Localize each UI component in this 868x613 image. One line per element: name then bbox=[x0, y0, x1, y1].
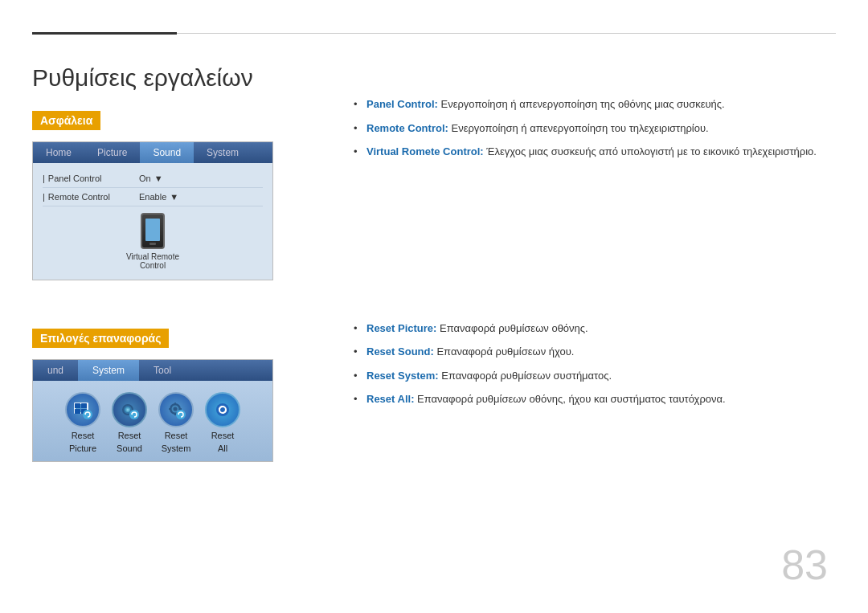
security-section-label: Ασφάλεια bbox=[32, 111, 100, 130]
svg-point-6 bbox=[83, 410, 92, 419]
page-title: Ρυθμίσεις εργαλείων bbox=[32, 64, 321, 92]
bullet-reset-all-highlight: Reset All: bbox=[366, 393, 414, 405]
reset-sound-icon[interactable] bbox=[112, 392, 147, 427]
sound-svg bbox=[119, 399, 140, 420]
bullet-reset-sound: Reset Sound: Επαναφορά ρυθμίσεων ήχου. bbox=[354, 344, 836, 360]
reset-picture-bottom: Picture bbox=[69, 443, 96, 453]
bullet-reset-system: Reset System: Επαναφορά ρυθμίσεων συστήμ… bbox=[354, 368, 836, 384]
picture-svg bbox=[72, 399, 93, 420]
reset-all-icon[interactable] bbox=[205, 392, 240, 427]
bullet-remote-control-text: Ενεργοποίηση ή απενεργοποίηση του τηλεχε… bbox=[451, 122, 708, 134]
svg-point-23 bbox=[216, 403, 229, 416]
reset-sound-item: Reset Sound bbox=[112, 392, 147, 453]
panel-control-label: Panel Control bbox=[43, 174, 139, 183]
phone-icon bbox=[141, 213, 165, 249]
bullet-reset-picture-text: Επαναφορά ρυθμίσεων οθόνης. bbox=[440, 322, 588, 334]
reset-system-icon[interactable] bbox=[158, 392, 194, 427]
reset-picture-item: Reset Picture bbox=[65, 392, 100, 453]
left-column: Ρυθμίσεις εργαλείων Ασφάλεια Home Pictur… bbox=[32, 48, 321, 565]
bullet-reset-sound-text: Επαναφορά ρυθμίσεων ήχου. bbox=[436, 345, 574, 358]
reset-system-bottom: System bbox=[162, 443, 191, 453]
bullet-reset-sound-highlight: Reset Sound: bbox=[366, 345, 434, 358]
svg-rect-20 bbox=[179, 408, 182, 410]
panel-control-value: On bbox=[139, 174, 151, 183]
svg-rect-17 bbox=[174, 403, 176, 405]
top-line-light bbox=[177, 33, 836, 34]
bullet-panel-control-text: Ενεργοποίηση ή απενεργοποίηση της οθόνης… bbox=[440, 98, 724, 110]
svg-rect-18 bbox=[174, 413, 176, 415]
bullet-reset-picture-highlight: Reset Picture: bbox=[366, 322, 436, 334]
security-bullets: Panel Control: Ενεργοποίηση ή απενεργοπο… bbox=[354, 96, 836, 160]
panel-control-arrow: ▼ bbox=[154, 174, 163, 183]
svg-rect-3 bbox=[81, 403, 87, 408]
panel-body: Panel Control On ▼ Remote Control Enable… bbox=[33, 163, 272, 280]
reset-all-top: Reset bbox=[211, 431, 235, 440]
remote-control-select[interactable]: Enable ▼ bbox=[139, 192, 178, 202]
reset-body: Reset Picture bbox=[33, 381, 272, 461]
bullet-reset-all-text: Επαναφορά ρυθμίσεων οθόνης, ήχου και συσ… bbox=[417, 393, 726, 405]
tab-system[interactable]: System bbox=[194, 142, 252, 163]
remote-control-row: Remote Control Enable ▼ bbox=[43, 188, 263, 206]
tab-home[interactable]: Home bbox=[33, 142, 84, 163]
right-column: Panel Control: Ενεργοποίηση ή απενεργοπο… bbox=[321, 48, 836, 565]
bullet-reset-all: Reset All: Επαναφορά ρυθμίσεων οθόνης, ή… bbox=[354, 391, 836, 407]
reset-panel: und System Tool bbox=[32, 359, 273, 462]
remote-control-arrow: ▼ bbox=[170, 192, 178, 202]
virtual-remote-section: Virtual RemoteControl bbox=[43, 206, 263, 273]
panel-control-select[interactable]: On ▼ bbox=[139, 174, 163, 183]
bullet-panel-control-highlight: Panel Control: bbox=[366, 98, 438, 110]
reset-panel-tabs: und System Tool bbox=[33, 360, 272, 381]
bullet-remote-control: Remote Control: Ενεργοποίηση ή απενεργοπ… bbox=[354, 121, 836, 137]
system-svg bbox=[166, 399, 186, 420]
reset-section-label: Επιλογές επαναφοράς bbox=[32, 329, 169, 348]
reset-system-top: Reset bbox=[165, 431, 188, 440]
main-content: Ρυθμίσεις εργαλείων Ασφάλεια Home Pictur… bbox=[32, 48, 836, 565]
panel-tabs: Home Picture Sound System bbox=[33, 142, 272, 163]
reset-tab-tool[interactable]: Tool bbox=[139, 360, 186, 381]
reset-sound-top: Reset bbox=[118, 431, 141, 440]
svg-rect-2 bbox=[75, 403, 80, 408]
reset-system-item: Reset System bbox=[158, 392, 194, 453]
bullet-panel-control: Panel Control: Ενεργοποίηση ή απενεργοπο… bbox=[354, 96, 836, 112]
svg-point-12 bbox=[129, 410, 139, 419]
all-svg bbox=[212, 399, 233, 420]
bullet-remote-control-highlight: Remote Control: bbox=[366, 122, 448, 134]
tab-sound[interactable]: Sound bbox=[140, 142, 194, 163]
page-number: 83 bbox=[781, 541, 828, 589]
top-line-dark bbox=[32, 32, 177, 35]
bullet-reset-picture: Reset Picture: Επαναφορά ρυθμίσεων οθόνη… bbox=[354, 321, 836, 337]
bullet-reset-system-highlight: Reset System: bbox=[366, 370, 439, 382]
remote-control-value: Enable bbox=[139, 192, 166, 202]
reset-picture-icon[interactable] bbox=[65, 392, 100, 427]
svg-point-11 bbox=[127, 409, 129, 411]
reset-sound-bottom: Sound bbox=[117, 443, 142, 453]
remote-control-label: Remote Control bbox=[43, 192, 139, 202]
top-decorative-lines bbox=[32, 32, 836, 35]
reset-bullets: Reset Picture: Επαναφορά ρυθμίσεων οθόνη… bbox=[354, 321, 836, 407]
reset-all-item: Reset All bbox=[205, 392, 240, 453]
reset-tab-und[interactable]: und bbox=[33, 360, 78, 381]
bullet-virtual-remote-highlight: Virtual Romete Control: bbox=[366, 145, 484, 157]
reset-all-bottom: All bbox=[218, 443, 227, 453]
bullet-virtual-remote: Virtual Romete Control: Έλεγχος μιας συσ… bbox=[354, 144, 836, 160]
svg-point-16 bbox=[174, 407, 178, 411]
svg-rect-19 bbox=[169, 408, 171, 410]
reset-tab-system[interactable]: System bbox=[78, 360, 139, 381]
security-panel: Home Picture Sound System Panel Control … bbox=[32, 141, 273, 280]
bullet-reset-system-text: Επαναφορά ρυθμίσεων συστήματος. bbox=[441, 370, 612, 382]
svg-point-21 bbox=[176, 410, 186, 419]
tab-picture[interactable]: Picture bbox=[84, 142, 140, 163]
reset-picture-top: Reset bbox=[72, 431, 95, 440]
svg-rect-4 bbox=[75, 409, 80, 414]
bullet-virtual-remote-text: Έλεγχος μιας συσκευής από υπολογιστή με … bbox=[486, 145, 817, 157]
virtual-remote-label: Virtual RemoteControl bbox=[126, 252, 179, 270]
panel-control-row: Panel Control On ▼ bbox=[43, 170, 263, 188]
